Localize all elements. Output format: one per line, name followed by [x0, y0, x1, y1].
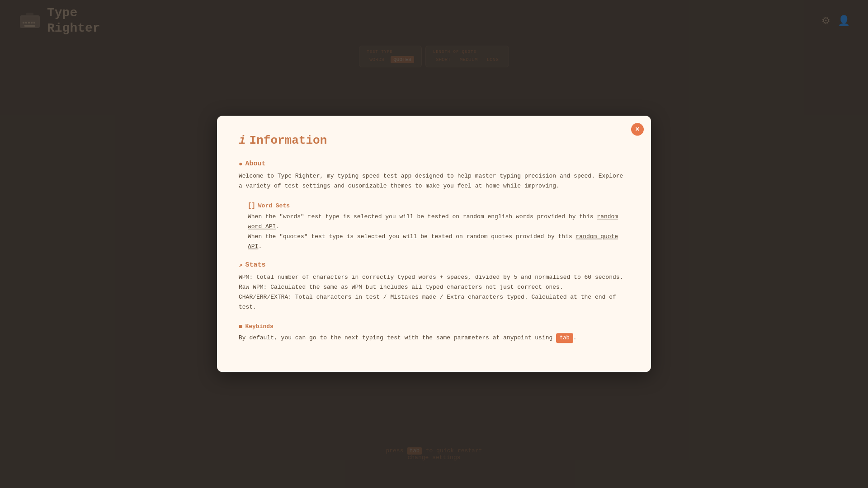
word-sets-line2-before: When the "quotes" test type is selected …	[248, 234, 576, 240]
word-sets-title: [] Word Sets	[248, 202, 629, 210]
modal-close-button[interactable]: ×	[631, 123, 644, 136]
stats-body: WPM: total number of characters in corre…	[239, 272, 629, 312]
word-sets-line1-after: .	[276, 224, 279, 230]
keybinds-title: ■ Keybinds	[239, 323, 629, 330]
word-sets-body: When the "words" test type is selected y…	[248, 212, 629, 252]
stats-wpm: WPM: total number of characters in corre…	[239, 274, 623, 281]
word-sets-icon: []	[248, 202, 255, 210]
keybinds-label: Keybinds	[245, 324, 273, 330]
stats-label: Stats	[245, 261, 265, 269]
keybinds-body: By default, you can go to the next typin…	[239, 333, 629, 343]
info-modal: × i Information ● About Welcome to Type …	[217, 116, 651, 372]
about-title: ● About	[239, 160, 629, 168]
stats-title: ↗ Stats	[239, 261, 629, 269]
word-sets-line1-before: When the "words" test type is selected y…	[248, 214, 597, 221]
stats-char-err-extra: CHAR/ERR/EXTRA: Total characters in test…	[239, 294, 616, 310]
keybinds-section: ■ Keybinds By default, you can go to the…	[239, 323, 629, 343]
modal-title-text: Information	[250, 134, 327, 147]
tab-key-badge: tab	[556, 333, 573, 343]
word-sets-line2-after: .	[258, 244, 262, 250]
about-body: Welcome to Type Righter, my typing speed…	[239, 171, 629, 191]
keybinds-icon: ■	[239, 323, 242, 330]
word-sets-section: [] Word Sets When the "words" test type …	[248, 202, 629, 252]
keybinds-text-after: .	[573, 334, 577, 341]
modal-title: i Information	[239, 134, 629, 147]
modal-title-icon: i	[239, 134, 246, 147]
stats-icon: ↗	[239, 261, 242, 269]
about-icon: ●	[239, 160, 242, 168]
stats-section: ↗ Stats WPM: total number of characters …	[239, 261, 629, 312]
keybinds-text-before: By default, you can go to the next typin…	[239, 334, 556, 341]
about-label: About	[245, 160, 265, 168]
stats-raw-wpm: Raw WPM: Calculated the same as WPM but …	[239, 284, 563, 291]
word-sets-label: Word Sets	[258, 202, 290, 209]
about-section: ● About Welcome to Type Righter, my typi…	[239, 160, 629, 191]
